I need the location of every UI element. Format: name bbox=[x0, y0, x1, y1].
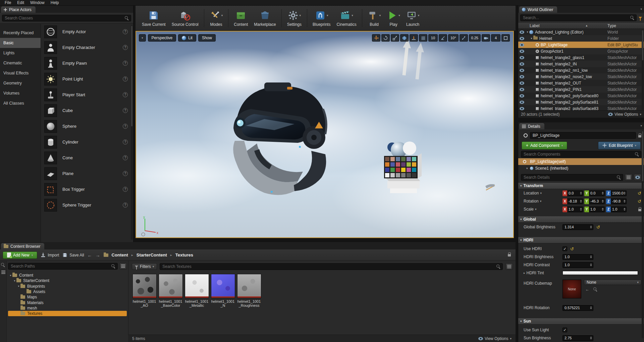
outliner-scrollbar[interactable] bbox=[642, 30, 644, 110]
outliner-row-mesh[interactable]: helmet_triangle2_OUT StaticMeshActor bbox=[518, 80, 644, 86]
section-transform[interactable]: ▾ Transform bbox=[518, 182, 644, 189]
chevron-down-icon[interactable]: ▾ bbox=[221, 14, 223, 17]
hdri-rotation-field[interactable]: 0.575221 bbox=[562, 305, 593, 311]
search-paths-input[interactable] bbox=[11, 264, 110, 269]
breadcrumb-startercontent[interactable]: StarterContent bbox=[137, 252, 167, 258]
folder-row-mesh[interactable]: mesh bbox=[8, 305, 127, 311]
sun-brightness-field[interactable]: 2.75 bbox=[562, 335, 593, 341]
place-actors-scrollbar[interactable] bbox=[131, 25, 133, 240]
outliner-column-header[interactable]: Label ▲ Type bbox=[518, 23, 644, 29]
help-icon[interactable]: ? bbox=[123, 171, 128, 176]
lock-browser-button[interactable] bbox=[508, 253, 511, 258]
outliner-row-mesh[interactable]: helmet_triangle2_polySurface81 StaticMes… bbox=[518, 99, 644, 105]
edit-blueprint-button[interactable]: Edit Blueprint ▾ bbox=[598, 141, 641, 150]
category-volumes[interactable]: Volumes bbox=[0, 88, 41, 98]
location-z-field[interactable]: 1500.0 bbox=[611, 190, 627, 196]
chevron-down-icon[interactable]: ▾ bbox=[300, 14, 301, 17]
settings-button[interactable]: ▾ Settings bbox=[284, 8, 305, 28]
list-item-cylinder[interactable]: Cylinder ? bbox=[41, 134, 133, 150]
display-filter-button[interactable] bbox=[625, 174, 632, 181]
scale-snap-value[interactable]: 0.25 bbox=[469, 34, 481, 42]
scale-lock-icon[interactable] bbox=[638, 209, 641, 211]
component-item-root[interactable]: BP_LightStage(self) bbox=[518, 158, 644, 165]
grid-snap-toggle[interactable] bbox=[419, 34, 427, 42]
add-component-button[interactable]: + Add Component ▾ bbox=[522, 141, 567, 150]
folder-row-blueprints[interactable]: ▾ Blueprints bbox=[8, 284, 127, 289]
scale-snap-toggle[interactable] bbox=[460, 34, 468, 42]
panel-menu-icon[interactable]: ▾ bbox=[640, 7, 642, 11]
visibility-eye-icon[interactable] bbox=[518, 56, 526, 59]
save-all-button[interactable]: Save All bbox=[62, 252, 84, 258]
visibility-eye-icon[interactable] bbox=[518, 101, 526, 104]
chevron-down-icon[interactable]: ▾ bbox=[379, 14, 381, 17]
blueprints-button[interactable]: ▾ Blueprints bbox=[310, 8, 333, 28]
folder-row-materials[interactable]: Materials bbox=[8, 300, 127, 305]
search-details-input[interactable] bbox=[524, 175, 615, 180]
outliner-row-bp-lightstage[interactable]: BP_LightStage Edit BP_LightStu bbox=[518, 42, 644, 48]
expand-arrow-icon[interactable]: ▾ bbox=[13, 279, 16, 282]
rotation-x-field[interactable]: -8.18 bbox=[567, 198, 583, 204]
outliner-row-mesh[interactable]: helmet_triangle2_polySurface80 StaticMes… bbox=[518, 93, 644, 99]
help-icon[interactable]: ? bbox=[123, 108, 128, 113]
use-sun-light-checkbox[interactable]: ✓ bbox=[562, 328, 567, 332]
hdri-brightness-field[interactable]: 1.0 bbox=[562, 254, 593, 260]
menu-edit[interactable]: Edit bbox=[14, 0, 27, 5]
rotation-snap-value[interactable]: 10° bbox=[448, 34, 459, 42]
list-item-point-light[interactable]: Point Light ? bbox=[41, 71, 133, 87]
visibility-eye-icon[interactable] bbox=[518, 75, 526, 78]
cubemap-dropdown[interactable]: None▾ bbox=[584, 280, 641, 285]
cubemap-thumbnail[interactable]: None bbox=[562, 280, 581, 298]
filters-button[interactable]: Filters ▾ bbox=[132, 263, 157, 270]
modes-button[interactable]: ▾ Modes bbox=[207, 8, 226, 28]
folder-row-assets[interactable]: Assets bbox=[8, 289, 127, 294]
chevron-down-icon[interactable]: ▾ bbox=[418, 14, 420, 17]
use-hdri-checkbox[interactable]: ✓ bbox=[562, 246, 567, 251]
outliner-row-mesh[interactable]: helmet_triangle2_nose2_low StaticMeshAct… bbox=[518, 73, 644, 80]
add-new-button[interactable]: Add New ▾ bbox=[3, 251, 37, 259]
visibility-eye-icon[interactable] bbox=[518, 69, 526, 72]
list-item-player-start[interactable]: Player Start ? bbox=[41, 87, 133, 103]
rotate-tool-button[interactable] bbox=[381, 34, 390, 42]
surface-snap-button[interactable] bbox=[410, 34, 418, 42]
rotation-y-field[interactable]: -45.3 bbox=[589, 198, 605, 204]
outliner-row-mesh[interactable]: helmet_triangle2_IN StaticMeshActor bbox=[518, 61, 644, 67]
sources-panel-toggle-icon[interactable] bbox=[1, 271, 5, 274]
source-control-button[interactable]: Source Control bbox=[169, 8, 202, 28]
viewport-3d[interactable]: y x ▾ Perspective Lit Show 10 10° 0.25 bbox=[136, 31, 514, 238]
maximize-viewport-button[interactable] bbox=[501, 34, 510, 42]
outliner-search-input[interactable] bbox=[523, 15, 629, 20]
use-selected-asset-icon[interactable]: ← bbox=[585, 287, 589, 292]
visibility-eye-icon[interactable] bbox=[518, 81, 526, 85]
show-flags-button[interactable]: Show bbox=[198, 34, 216, 42]
property-visibility-button[interactable] bbox=[634, 174, 641, 181]
edit-blueprint-link[interactable]: Edit BP_LightStu bbox=[607, 43, 643, 47]
panel-menu-icon[interactable]: ▾ bbox=[640, 124, 642, 127]
list-item-cone[interactable]: Cone ? bbox=[41, 150, 133, 166]
reset-to-default-icon[interactable]: ↺ bbox=[596, 225, 600, 229]
property-label[interactable]: Location▾ bbox=[524, 191, 562, 195]
help-icon[interactable]: ? bbox=[123, 155, 128, 160]
expand-arrow-icon[interactable]: ▾ bbox=[530, 37, 533, 40]
outliner-row-mesh[interactable]: helmet_triangle2_nn1_low StaticMeshActor bbox=[518, 67, 644, 73]
help-icon[interactable]: ? bbox=[123, 187, 128, 192]
visibility-eye-icon[interactable] bbox=[518, 62, 526, 66]
help-icon[interactable]: ? bbox=[123, 139, 128, 145]
outliner-row-mesh[interactable]: helmet_triangle2_glass1 StaticMeshActor bbox=[518, 54, 644, 61]
reset-to-default-icon[interactable]: ↺ bbox=[638, 199, 641, 204]
category-geometry[interactable]: Geometry bbox=[0, 78, 41, 88]
details-scrollbar[interactable] bbox=[642, 130, 644, 338]
scale-y-field[interactable]: 1.0 bbox=[589, 207, 605, 212]
asset-tile-metallic[interactable]: helmet1_1001_Metallic bbox=[184, 274, 209, 307]
hdri-tint-color-swatch[interactable] bbox=[562, 271, 638, 275]
actor-name-field[interactable] bbox=[533, 133, 628, 138]
cinematics-button[interactable]: ▾ Cinematics bbox=[333, 8, 359, 28]
forward-button[interactable]: → bbox=[96, 252, 100, 258]
section-hdri[interactable]: ▾ HDRI bbox=[518, 237, 644, 243]
list-item-sphere[interactable]: Sphere ? bbox=[41, 118, 133, 134]
launch-button[interactable]: ▾ Launch bbox=[403, 8, 423, 28]
menu-file[interactable]: File bbox=[2, 0, 14, 5]
help-icon[interactable]: ? bbox=[123, 203, 128, 208]
search-components-input[interactable] bbox=[524, 152, 634, 157]
chevron-down-icon[interactable]: ▾ bbox=[398, 14, 400, 17]
content-button[interactable]: Content bbox=[231, 8, 251, 28]
